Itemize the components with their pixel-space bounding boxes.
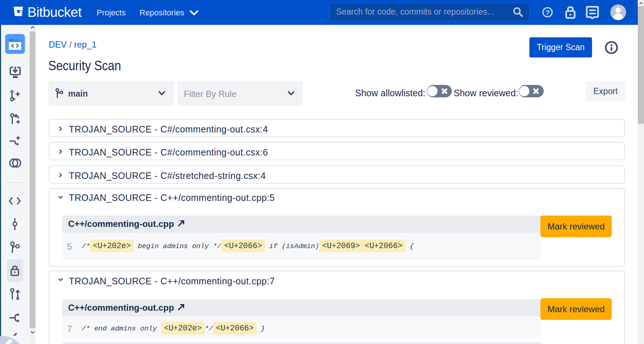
svg-text:?: ? <box>546 9 550 16</box>
